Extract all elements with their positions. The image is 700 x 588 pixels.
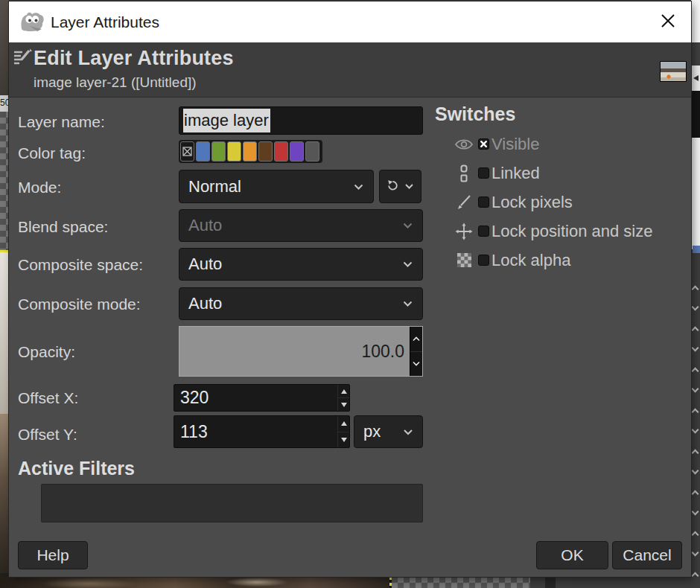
- background-spinner-chevron: [692, 450, 699, 457]
- mode-group-button[interactable]: [379, 170, 421, 203]
- chevron-down-icon: [404, 183, 414, 190]
- background-spinner-chevron: [692, 508, 699, 516]
- color-swatch-orange[interactable]: [243, 141, 257, 162]
- move-icon: [453, 223, 475, 240]
- visible-checkbox[interactable]: [478, 138, 489, 150]
- opacity-value: 100.0: [361, 342, 404, 362]
- layer-name-label: Layer name:: [18, 112, 105, 132]
- dialog-titlebar[interactable]: Layer Attributes: [9, 1, 691, 42]
- switch-label: Lock pixels: [491, 193, 573, 212]
- background-panel-edge: [572, 577, 700, 588]
- color-swatch-brown[interactable]: [258, 141, 273, 162]
- paintbrush-icon: [453, 194, 475, 211]
- background-panel-edge: [691, 0, 700, 42]
- mode-value: Normal: [188, 177, 241, 196]
- spin-down-icon[interactable]: [338, 432, 349, 448]
- ruler-label: 50: [0, 98, 9, 108]
- composite-space-value: Auto: [188, 255, 222, 274]
- color-swatch-none[interactable]: [180, 141, 194, 162]
- composite-mode-value: Auto: [188, 294, 222, 313]
- unit-select[interactable]: px: [354, 415, 423, 448]
- opacity-slider[interactable]: 100.0: [179, 326, 423, 377]
- offset-x-input[interactable]: 320: [174, 384, 350, 412]
- background-spinner-chevron: [692, 426, 699, 434]
- active-filters-list[interactable]: [41, 484, 423, 523]
- edit-layer-icon: [13, 47, 34, 69]
- switch-lock-alpha[interactable]: Lock alpha: [453, 246, 691, 275]
- switch-label: Lock position and size: [491, 222, 652, 241]
- eye-icon: [453, 138, 475, 151]
- blend-space-label: Blend space:: [18, 217, 108, 237]
- background-panel-edge: [691, 42, 700, 65]
- offset-y-label: Offset Y:: [18, 425, 77, 444]
- background-photo: [0, 577, 389, 588]
- dialog-title: Layer Attributes: [51, 13, 159, 31]
- background-spinner-chevron: [692, 490, 699, 498]
- spin-up-icon[interactable]: [338, 416, 349, 432]
- color-swatch-blue[interactable]: [196, 141, 210, 162]
- switch-label: Linked: [491, 164, 540, 183]
- opacity-track[interactable]: 100.0: [179, 327, 410, 376]
- color-swatch-gray[interactable]: [305, 141, 319, 162]
- spin-up-icon[interactable]: [410, 327, 422, 352]
- background-spinner-chevron: [692, 531, 699, 539]
- dialog-header: Edit Layer Attributes image layer-21 ([U…: [9, 42, 691, 98]
- blend-space-select[interactable]: Auto: [179, 209, 423, 242]
- ok-button[interactable]: OK: [536, 541, 608, 569]
- offset-x-value: 320: [174, 385, 337, 411]
- transparency-checkerboard: [0, 112, 9, 250]
- background-spinner-chevron: [692, 327, 699, 334]
- background-canvas-left: 50: [0, 0, 9, 588]
- background-photo: [0, 414, 9, 573]
- layer-name-input[interactable]: image layer: [179, 106, 423, 135]
- switch-linked[interactable]: Linked: [453, 159, 691, 188]
- spin-down-icon[interactable]: [338, 398, 349, 411]
- color-swatch-violet[interactable]: [290, 141, 304, 162]
- background-spinner-chevron: [692, 304, 699, 311]
- mode-select[interactable]: Normal: [179, 170, 374, 203]
- switch-label: Visible: [491, 135, 539, 154]
- switch-visible[interactable]: Visible: [453, 130, 691, 159]
- lock-position-checkbox[interactable]: [478, 226, 489, 237]
- background-right-panel: [691, 0, 700, 588]
- linked-checkbox[interactable]: [478, 167, 489, 179]
- lock-pixels-checkbox[interactable]: [478, 196, 489, 208]
- close-icon: [659, 12, 677, 33]
- switches-list: VisibleLinkedLock pixelsLock position an…: [453, 130, 691, 275]
- layer-thumbnail: [660, 61, 687, 82]
- offset-y-input[interactable]: 113: [174, 415, 350, 448]
- color-swatch-green[interactable]: [211, 141, 226, 162]
- background-panel-edge: [691, 91, 700, 138]
- gimp-logo-icon: [19, 11, 45, 33]
- color-tag-label: Color tag:: [18, 144, 86, 163]
- background-photo: [0, 252, 9, 414]
- background-spinner-chevron: [692, 467, 699, 475]
- color-swatch-red[interactable]: [274, 141, 288, 162]
- background-panel-edge: [530, 577, 572, 588]
- switch-lock-pixels[interactable]: Lock pixels: [453, 188, 691, 217]
- offset-y-spinner[interactable]: [337, 416, 349, 447]
- switch-lock-position[interactable]: Lock position and size: [453, 217, 691, 246]
- close-button[interactable]: [657, 11, 679, 33]
- background-panel-edge: [693, 246, 700, 253]
- header-title: Edit Layer Attributes: [34, 47, 234, 70]
- opacity-spinner[interactable]: [410, 327, 422, 376]
- help-button[interactable]: Help: [18, 541, 88, 569]
- background-spinner-chevron: [692, 386, 699, 393]
- color-tag-swatches: [179, 140, 322, 163]
- background-spinner-chevron: [692, 549, 699, 557]
- composite-mode-label: Composite mode:: [18, 295, 141, 314]
- color-swatch-yellow[interactable]: [227, 141, 241, 162]
- spin-up-icon[interactable]: [338, 385, 349, 398]
- switches-heading: Switches: [435, 103, 515, 125]
- transparency-checkerboard: [392, 577, 530, 588]
- spin-down-icon[interactable]: [410, 352, 422, 377]
- cancel-button[interactable]: Cancel: [612, 541, 682, 569]
- background-photo: [0, 0, 9, 95]
- lock-alpha-checkbox[interactable]: [478, 255, 489, 266]
- collapse-arrow-icon[interactable]: [691, 65, 700, 91]
- offset-x-spinner[interactable]: [337, 385, 349, 411]
- composite-mode-select[interactable]: Auto: [179, 287, 423, 320]
- layer-attributes-dialog: Layer Attributes Edit Layer Attributes i…: [9, 1, 691, 577]
- composite-space-select[interactable]: Auto: [179, 248, 423, 281]
